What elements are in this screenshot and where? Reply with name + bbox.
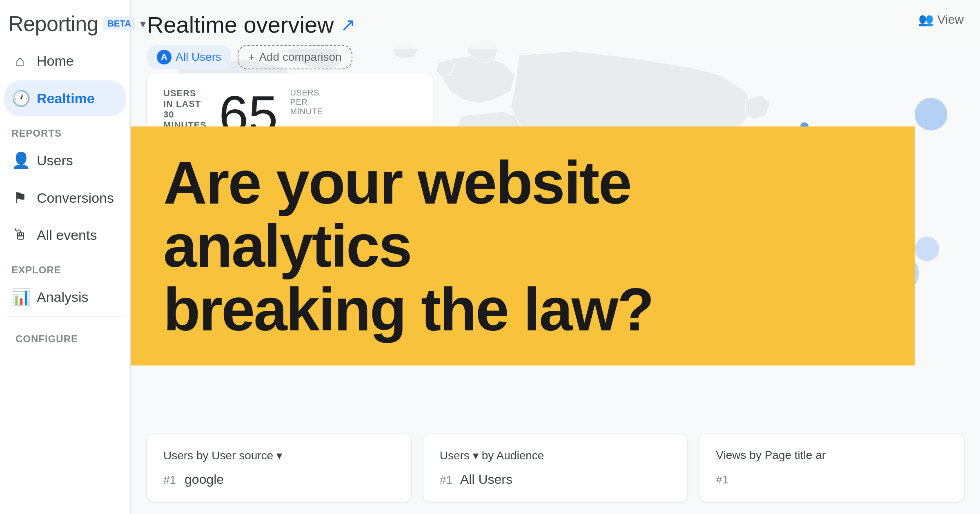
user-icon: 👤: [11, 151, 29, 169]
users-icon: 👥: [918, 12, 933, 27]
add-icon: +: [248, 51, 255, 64]
bottom-card-page-views: Views by Page title ar #1: [699, 434, 964, 502]
audience-row-1: #1 All Users: [440, 472, 671, 487]
map-bubble-4: [915, 237, 939, 261]
explore-section-label: EXPLORE: [4, 255, 126, 279]
all-users-chip[interactable]: A All Users: [147, 45, 231, 69]
filter-bar: A All Users + Add comparison: [147, 45, 352, 69]
beta-badge: BETA: [103, 17, 135, 30]
reports-section-label: REPORTS: [4, 118, 126, 142]
yellow-banner: Are your website analytics breaking the …: [131, 126, 915, 366]
rank-1-pageviews: #1: [716, 473, 728, 486]
sidebar-item-all-events[interactable]: 🖱 All events: [4, 217, 126, 253]
user-source-title: Users by User source ▾: [163, 449, 395, 462]
sidebar: Reporting BETA ▾ ⌂ Home 🕐 Realtime REPOR…: [0, 0, 131, 514]
bottom-card-user-source: Users by User source ▾ #1 google: [147, 434, 411, 502]
page-views-title-text: Views by Page title ar: [716, 449, 826, 462]
page-views-title: Views by Page title ar: [716, 449, 947, 462]
add-comparison-chip[interactable]: + Add comparison: [238, 45, 352, 69]
audience-title: Users ▾ by Audience: [440, 449, 671, 462]
external-link-icon[interactable]: ↗: [341, 14, 356, 35]
home-icon: ⌂: [11, 52, 29, 70]
configure-section: CONFIGURE: [4, 317, 126, 354]
view-users-button[interactable]: 👥 View: [918, 12, 964, 27]
analysis-label: Analysis: [37, 289, 89, 305]
banner-line1: Are your website analytics: [163, 149, 631, 279]
dropdown-arrow-icon2[interactable]: ▾: [473, 449, 479, 462]
user-source-row-1: #1 google: [163, 472, 395, 487]
user-source-title-text: Users by User source: [163, 449, 273, 462]
audience-title-suffix: by Audience: [482, 449, 544, 462]
rank-1: #1: [163, 474, 176, 486]
sidebar-item-conversions[interactable]: ⚑ Conversions: [4, 180, 126, 216]
analysis-icon: 📊: [11, 288, 29, 306]
page-views-row-1: #1: [716, 472, 947, 487]
realtime-label: Realtime: [37, 91, 95, 106]
conversions-icon: ⚑: [11, 189, 29, 207]
audience-title-text: Users: [440, 449, 470, 462]
configure-section-label: CONFIGURE: [8, 323, 122, 348]
all-users-label: All Users: [176, 51, 221, 64]
page-title-text: Realtime overview: [147, 11, 334, 38]
all-events-label: All events: [37, 227, 97, 243]
dropdown-arrow-icon[interactable]: ▾: [276, 449, 282, 462]
conversions-label: Conversions: [37, 190, 114, 206]
clock-icon: 🕐: [11, 89, 29, 107]
main-header: Realtime overview ↗ 👥 View: [131, 0, 980, 49]
sidebar-item-realtime[interactable]: 🕐 Realtime: [4, 80, 126, 116]
banner-line2: breaking the law?: [163, 276, 653, 343]
bottom-cards: Users by User source ▾ #1 google Users ▾…: [147, 434, 964, 502]
map-bubble-5: [915, 98, 947, 131]
reporting-label: Reporting: [8, 11, 98, 36]
sidebar-header: Reporting BETA ▾: [0, 0, 130, 43]
all-users-avatar: A: [157, 50, 172, 64]
main-content: Realtime overview ↗ 👥 View A All Users +…: [131, 0, 980, 514]
audience-value-1: All Users: [460, 472, 512, 487]
page-title: Realtime overview ↗: [147, 11, 356, 38]
rank-1-audience: #1: [440, 474, 452, 486]
sidebar-nav: ⌂ Home 🕐 Realtime REPORTS 👤 Users ⚑ Conv…: [0, 43, 130, 514]
sidebar-item-users[interactable]: 👤 Users: [4, 142, 126, 178]
user-source-value-1: google: [185, 472, 224, 487]
view-label: View: [938, 13, 964, 27]
sidebar-item-analysis[interactable]: 📊 Analysis: [4, 279, 126, 315]
add-comparison-label: Add comparison: [259, 51, 341, 64]
yellow-banner-text: Are your website analytics breaking the …: [163, 151, 882, 341]
bottom-card-audience: Users ▾ by Audience #1 All Users: [423, 434, 688, 502]
users-label: Users: [37, 153, 73, 168]
events-icon: 🖱: [11, 226, 29, 244]
sidebar-item-home[interactable]: ⌂ Home: [4, 43, 126, 79]
dropdown-arrow-icon[interactable]: ▾: [140, 17, 146, 31]
home-label: Home: [37, 53, 74, 69]
